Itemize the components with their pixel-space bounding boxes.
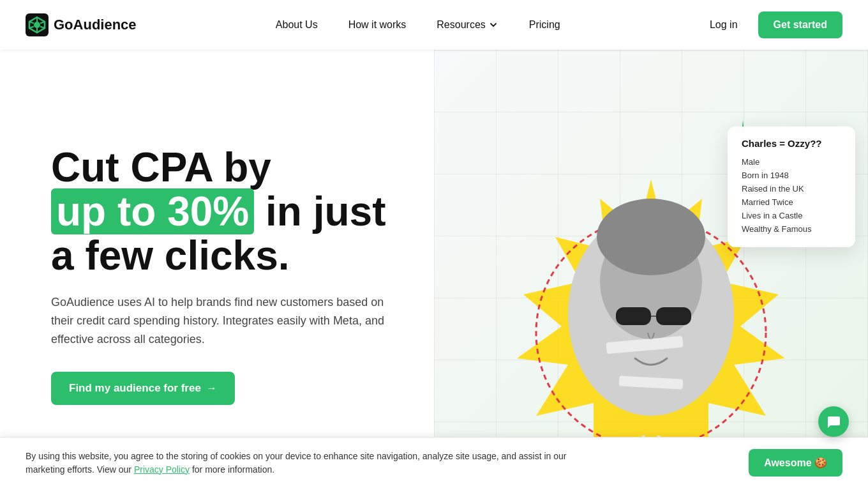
login-button[interactable]: Log in <box>700 14 748 36</box>
hero-right: Charles = Ozzy?? Male Born in 1948 Raise… <box>434 50 868 488</box>
cookie-banner: By using this website, you agree to the … <box>0 437 868 488</box>
privacy-policy-link[interactable]: Privacy Policy <box>134 464 190 475</box>
cookie-text: By using this website, you agree to the … <box>26 450 600 477</box>
hero-cta-button[interactable]: Find my audience for free → <box>51 372 235 405</box>
svg-point-17 <box>597 199 705 275</box>
nav-item-how[interactable]: How it works <box>336 14 419 36</box>
hero-highlight: up to 30% <box>51 188 254 234</box>
info-row-0: Male <box>742 155 841 169</box>
nav-links: About Us How it works Resources Pricing <box>263 14 573 36</box>
info-row-3: Married Twice <box>742 195 841 209</box>
chevron-down-icon <box>488 20 498 30</box>
chat-bubble-button[interactable] <box>818 406 849 437</box>
navbar: GoAudience About Us How it works Resourc… <box>0 0 868 50</box>
logo[interactable]: GoAudience <box>26 13 137 36</box>
hero-subtitle: GoAudience uses AI to help brands find n… <box>51 293 408 348</box>
logo-text: GoAudience <box>54 17 137 33</box>
cookie-accept-button[interactable]: Awesome 🍪 <box>749 449 842 477</box>
svg-rect-13 <box>656 307 691 325</box>
info-row-4: Lives in a Castle <box>742 209 841 222</box>
svg-point-1 <box>34 22 40 28</box>
nav-item-pricing[interactable]: Pricing <box>516 14 573 36</box>
hero-title: Cut CPA by up to 30% in just a few click… <box>51 146 434 278</box>
chat-icon <box>826 414 841 429</box>
hero-section: Cut CPA by up to 30% in just a few click… <box>0 50 868 488</box>
get-started-button[interactable]: Get started <box>758 11 842 38</box>
nav-right: Log in Get started <box>700 11 842 38</box>
info-row-5: Wealthy & Famous <box>742 222 841 236</box>
svg-rect-12 <box>616 307 651 325</box>
info-row-2: Raised in the UK <box>742 182 841 195</box>
nav-item-resources[interactable]: Resources <box>424 14 511 36</box>
nav-item-about[interactable]: About Us <box>263 14 331 36</box>
info-card-title: Charles = Ozzy?? <box>742 138 841 149</box>
logo-icon <box>26 13 49 36</box>
hero-left: Cut CPA by up to 30% in just a few click… <box>0 50 434 488</box>
info-row-1: Born in 1948 <box>742 169 841 182</box>
info-card: Charles = Ozzy?? Male Born in 1948 Raise… <box>728 126 855 247</box>
